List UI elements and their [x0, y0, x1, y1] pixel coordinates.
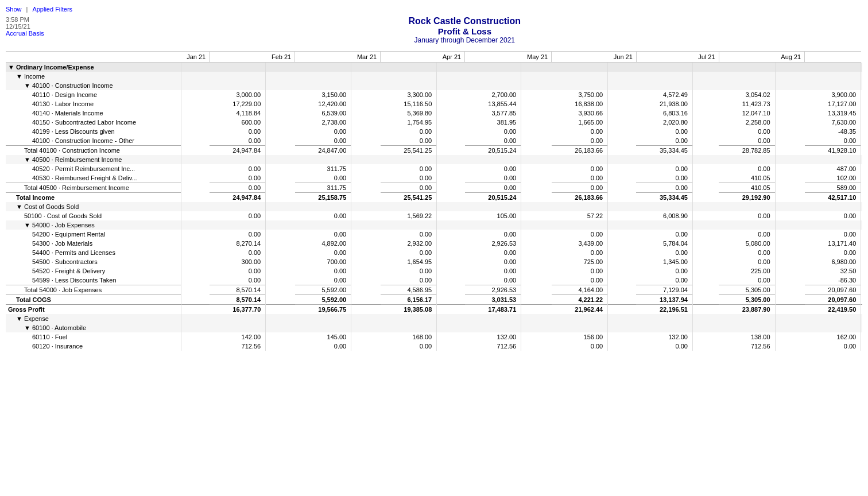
- table-row: ▼ Cost of Goods Sold: [6, 202, 862, 211]
- applied-filters-link[interactable]: Applied Filters: [32, 6, 72, 13]
- row-value: 0.00: [552, 164, 608, 173]
- row-value: 2,926.53: [465, 239, 521, 248]
- row-value: 0.00: [636, 173, 692, 183]
- row-value: 25,158.75: [295, 193, 351, 203]
- row-value: 0.00: [295, 248, 351, 257]
- table-row: ▼ 54000 · Job Expenses: [6, 220, 862, 230]
- row-label: 40130 · Labor Income: [6, 99, 181, 108]
- row-value: 0.00: [295, 342, 351, 351]
- table-row: ▼ Expense: [6, 314, 862, 323]
- row-value: [636, 314, 692, 323]
- row-label: 40520 · Permit Reimbursement Inc...: [6, 164, 181, 173]
- col-header-mar: Mar 21: [351, 52, 381, 63]
- table-row: 40199 · Less Discounts given0.000.000.00…: [6, 127, 862, 136]
- row-value: 23,887.90: [719, 305, 775, 315]
- row-value: 4,892.00: [295, 239, 351, 248]
- row-value: 4,586.95: [381, 285, 437, 295]
- row-value: 6,803.16: [636, 108, 692, 118]
- row-value: 4,118.84: [210, 108, 266, 118]
- col-divider-8: [805, 52, 861, 63]
- row-value: 300.00: [210, 257, 266, 266]
- row-value: 3,750.00: [552, 90, 608, 99]
- col-header-apr: Apr 21: [437, 52, 465, 63]
- row-value: 8,570.14: [210, 295, 266, 305]
- row-value: 0.00: [465, 183, 521, 193]
- row-value: 28,782.85: [719, 146, 775, 156]
- row-value: 5,369.80: [381, 108, 437, 118]
- row-value: [465, 81, 521, 90]
- row-value: [465, 314, 521, 323]
- row-value: [719, 155, 775, 164]
- row-value: 42,517.10: [805, 193, 861, 203]
- table-row: Total 40100 · Construction Income24,947.…: [6, 146, 862, 156]
- row-value: 25,541.25: [381, 146, 437, 156]
- row-value: [465, 72, 521, 81]
- row-value: 0.00: [552, 342, 608, 351]
- row-value: 0.00: [465, 230, 521, 239]
- row-label: ▼ 60100 · Automobile: [6, 323, 181, 332]
- row-value: 4,572.49: [636, 90, 692, 99]
- row-value: 0.00: [552, 248, 608, 257]
- row-value: 0.00: [210, 266, 266, 276]
- row-value: [719, 220, 775, 230]
- table-row: 54500 · Subcontractors300.00700.001,654.…: [6, 257, 862, 266]
- row-value: 0.00: [719, 211, 775, 220]
- row-value: 15,116.50: [381, 99, 437, 108]
- row-label: 54520 · Freight & Delivery: [6, 266, 181, 276]
- row-value: [210, 323, 266, 332]
- row-value: 0.00: [381, 164, 437, 173]
- table-row: 40100 · Construction Income - Other0.000…: [6, 136, 862, 146]
- table-row: 40140 · Materials Income4,118.846,539.00…: [6, 108, 862, 118]
- row-value: 24,947.84: [210, 193, 266, 203]
- report-title: Profit & Loss: [67, 26, 862, 36]
- table-body: ▼ Ordinary Income/Expense▼ Income▼ 40100…: [6, 63, 862, 351]
- row-value: 0.00: [210, 183, 266, 193]
- row-value: 17,483.71: [465, 305, 521, 315]
- row-value: 0.00: [719, 257, 775, 266]
- row-value: [381, 220, 437, 230]
- report-date: 12/15/21: [6, 23, 44, 30]
- row-value: 1,345.00: [636, 257, 692, 266]
- row-value: 13,319.45: [805, 108, 861, 118]
- row-value: [805, 202, 861, 211]
- row-value: 5,784.04: [636, 239, 692, 248]
- row-value: 0.00: [295, 211, 351, 220]
- row-value: 3,031.53: [465, 295, 521, 305]
- row-value: [636, 220, 692, 230]
- col-header-may: May 21: [521, 52, 552, 63]
- row-value: [381, 72, 437, 81]
- row-value: 22,196.51: [636, 305, 692, 315]
- report-table: Jan 21 Feb 21 Mar 21 Apr 21 May 21 Jun 2…: [6, 51, 862, 351]
- row-label: ▼ Cost of Goods Sold: [6, 202, 181, 211]
- row-value: [295, 314, 351, 323]
- row-value: 0.00: [210, 127, 266, 136]
- row-value: [465, 220, 521, 230]
- row-value: 145.00: [295, 332, 351, 342]
- row-value: 35,334.45: [636, 146, 692, 156]
- table-row: Total 40500 · Reimbursement Income0.0031…: [6, 183, 862, 193]
- row-value: 0.00: [552, 173, 608, 183]
- table-row: 40110 · Design Income3,000.003,150.003,3…: [6, 90, 862, 99]
- row-value: 32.50: [805, 266, 861, 276]
- row-value: 29,192.90: [719, 193, 775, 203]
- row-value: 0.00: [295, 276, 351, 285]
- row-value: 35,334.45: [636, 193, 692, 203]
- show-link[interactable]: Show: [6, 6, 22, 13]
- row-value: 725.00: [552, 257, 608, 266]
- row-value: 0.00: [636, 164, 692, 173]
- row-value: [381, 155, 437, 164]
- table-row: Gross Profit16,377.7019,566.7519,385.081…: [6, 305, 862, 315]
- col-divider-3: [381, 52, 437, 63]
- row-value: 311.75: [295, 164, 351, 173]
- row-value: 225.00: [719, 266, 775, 276]
- row-value: [295, 63, 351, 72]
- row-value: 12,047.10: [719, 108, 775, 118]
- row-label: 40150 · Subcontracted Labor Income: [6, 118, 181, 127]
- meta-info: 3:58 PM 12/15/21 Accrual Basis: [6, 16, 44, 37]
- row-value: 3,900.00: [805, 90, 861, 99]
- row-value: 26,183.66: [552, 193, 608, 203]
- row-value: 0.00: [719, 136, 775, 146]
- row-value: 0.00: [719, 127, 775, 136]
- row-value: 0.00: [295, 136, 351, 146]
- row-label: Total Income: [6, 193, 181, 203]
